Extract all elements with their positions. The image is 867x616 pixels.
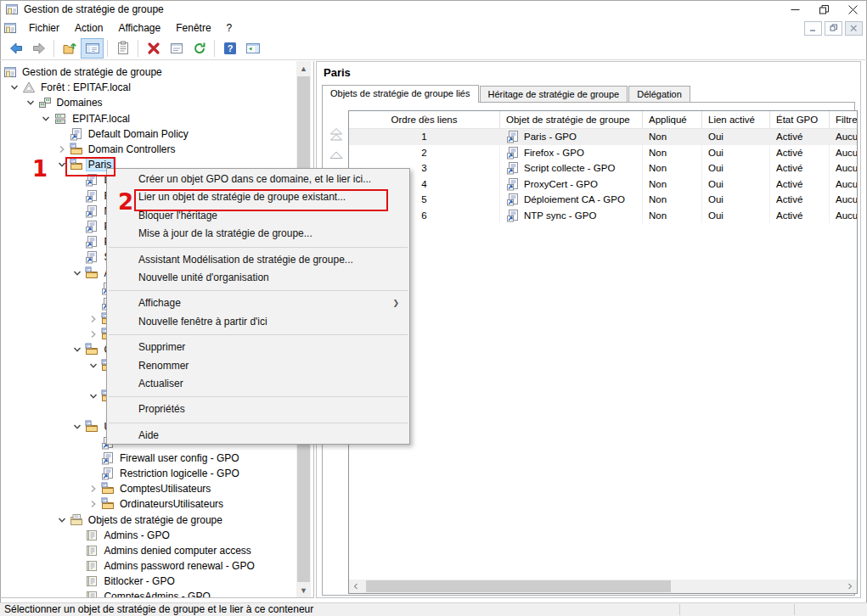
tree-item-comptesutilisateurs[interactable]: ComptesUtilisateurs (0, 481, 296, 496)
column-header-applique[interactable]: Appliqué (643, 111, 702, 128)
chevron-right-icon[interactable] (54, 142, 70, 157)
gpo-row-script-collecte-gpo[interactable]: 3Script collecte - GPONonOuiActivéAucu (349, 160, 857, 176)
menu-item-actualiser[interactable]: Actualiser (107, 375, 409, 393)
tree-item-admins-password-renewal-gpo[interactable]: Admins password renewal - GPO (0, 558, 296, 574)
scroll-left-arrow-icon[interactable] (349, 580, 363, 593)
properties-button[interactable] (165, 38, 188, 59)
tree-item-admins-gpo[interactable]: Admins - GPO (0, 528, 296, 543)
menu-item-renommer[interactable]: Renommer (107, 357, 409, 375)
forward-button[interactable] (27, 38, 50, 59)
gpo-row-proxycert-gpo[interactable]: 4ProxyCert - GPONonOuiActivéAucu (349, 176, 857, 193)
scroll-down-arrow-icon[interactable]: ▼ (296, 583, 311, 597)
back-button[interactable] (4, 38, 27, 59)
close-button[interactable] (838, 0, 867, 19)
move-link-up-button[interactable] (326, 148, 346, 164)
refresh-button[interactable] (188, 38, 211, 59)
scrollbar-thumb[interactable] (366, 580, 671, 592)
tab-objets-de-strategie-de-groupe-lies[interactable]: Objets de stratégie de groupe liés (322, 85, 479, 103)
tree-item-gestion-de-strategie-de-groupe[interactable]: Gestion de stratégie de groupe (0, 64, 296, 80)
gpo-row-deploiement-ca-gpo[interactable]: 5Déploiement CA - GPONonOuiActivéAucu (349, 192, 857, 208)
menu-items: FichierActionAffichageFenêtre? (21, 20, 239, 36)
tree-item-ordinateursutilisateurs[interactable]: OrdinateursUtilisateurs (0, 496, 296, 512)
menu-item-supprimer[interactable]: Supprimer (107, 339, 409, 356)
tab-delegation[interactable]: Délégation (628, 86, 690, 102)
menubar-item-action[interactable]: Action (67, 20, 110, 36)
chevron-down-icon[interactable] (86, 358, 101, 373)
tree-item-objets-de-strategie-de-groupe[interactable]: Objets de stratégie de groupe (0, 512, 296, 527)
chevron-down-icon[interactable] (54, 157, 70, 172)
child-close-button[interactable] (845, 21, 863, 36)
chevron-down-icon[interactable] (70, 342, 85, 357)
scroll-up-arrow-icon[interactable]: ▲ (296, 61, 311, 76)
tree-item-bitlocker-gpo[interactable]: Bitlocker - GPO (0, 574, 296, 589)
menu-item-nouvelle-fenetre-a-partir-d-ici[interactable]: Nouvelle fenêtre à partir d'ici (107, 313, 409, 331)
cell-text: Oui (708, 179, 723, 189)
delete-button[interactable] (142, 38, 165, 59)
menu-item-creer-un-objet-gpo-dans-ce-domaine-et-le-lier-ici[interactable]: Créer un objet GPO dans ce domaine, et l… (107, 171, 409, 188)
menu-item-affichage[interactable]: Affichage❯ (107, 294, 409, 312)
chevron-down-icon[interactable] (54, 512, 70, 528)
scroll-right-arrow-icon[interactable] (843, 580, 857, 593)
show-console-tree-button[interactable] (81, 38, 104, 59)
tree-item-domain-controllers[interactable]: Domain Controllers (0, 142, 296, 157)
chevron-down-icon[interactable] (86, 389, 101, 404)
tree-item-admins-denied-computer-access[interactable]: Admins denied computer access (0, 543, 296, 558)
help-button[interactable]: ? (218, 38, 241, 59)
chevron-down-icon[interactable] (70, 419, 85, 434)
column-header-filtre[interactable]: Filtre (830, 111, 858, 128)
up-one-level-button[interactable] (58, 38, 81, 59)
menu-item-proprietes[interactable]: Propriétés (107, 400, 409, 418)
chevron-down-icon[interactable] (38, 111, 53, 126)
gpo-row-ntp-sync-gpo[interactable]: 6NTP sync - GPONonOuiActivéAucu (349, 208, 857, 224)
column-header-objet-de-strategie-de-groupe[interactable]: Objet de stratégie de groupe (500, 111, 643, 128)
tree-item-label: Gestion de stratégie de groupe (20, 66, 164, 78)
move-top-icon (327, 127, 346, 143)
tree-item-foret-epitaf-local[interactable]: Forêt : EPITAF.local (0, 80, 296, 95)
gpo-row-firefox-gpo[interactable]: 2Firefox - GPONonOuiActivéAucu (349, 145, 857, 161)
menubar-item-item[interactable]: ? (219, 20, 240, 36)
cell-text: 4 (421, 179, 426, 189)
menu-item-mise-a-jour-de-la-strategie-de-groupe[interactable]: Mise à jour de la stratégie de groupe... (107, 225, 409, 243)
menubar-item-fenetre[interactable]: Fenêtre (168, 20, 218, 36)
tree-item-firewall-user-config-gpo[interactable]: Firewall user config - GPO (0, 451, 296, 466)
cell-applique: Non (643, 160, 702, 176)
menu-item-lier-un-objet-de-strategie-de-groupe-existant[interactable]: Lier un objet de stratégie de groupe exi… (107, 188, 409, 206)
menu-item-assistant-modelisation-de-strategie-de-groupe[interactable]: Assistant Modélisation de stratégie de g… (107, 251, 409, 269)
minimize-button[interactable] (780, 0, 809, 19)
restore-button[interactable] (809, 0, 838, 19)
chevron-right-icon[interactable] (86, 327, 101, 342)
chevron-right-icon[interactable] (86, 481, 101, 496)
show-action-pane-button[interactable] (241, 38, 264, 59)
tree-item-label: ComptesAdmins - GPO (102, 591, 211, 597)
horizontal-scrollbar[interactable] (349, 580, 857, 593)
menu-item-bloquer-l-heritage[interactable]: Bloquer l'héritage (107, 207, 409, 225)
menubar-item-affichage[interactable]: Affichage (110, 20, 168, 36)
chevron-down-icon[interactable] (70, 266, 85, 281)
tree-item-default-domain-policy[interactable]: Default Domain Policy (0, 126, 296, 142)
cell-gpo: Paris - GPO (500, 129, 643, 145)
chevron-down-icon[interactable] (7, 80, 22, 95)
column-header-lien-active[interactable]: Lien activé (702, 111, 770, 128)
menu-item-label: Supprimer (138, 341, 185, 353)
tab-heritage-de-strategie-de-groupe[interactable]: Héritage de stratégie de groupe (480, 86, 628, 102)
child-minimize-button[interactable] (804, 21, 822, 36)
move-link-to-top-button[interactable] (326, 127, 346, 143)
menubar-item-fichier[interactable]: Fichier (21, 20, 67, 36)
tree-item-epitaf-local[interactable]: EPITAF.local (0, 111, 296, 126)
cell-lien_active: Oui (702, 192, 770, 208)
column-header-etat-gpo[interactable]: État GPO (770, 111, 830, 128)
menu-bar: FichierActionAffichageFenêtre? (0, 19, 867, 37)
tree-item-restriction-logicelle-gpo[interactable]: Restriction logicelle - GPO (0, 466, 296, 481)
chevron-right-icon[interactable] (86, 496, 101, 512)
chevron-right-icon[interactable] (86, 311, 101, 327)
export-list-button[interactable] (111, 38, 134, 59)
gpo-row-paris-gpo[interactable]: 1Paris - GPONonOuiActivéAucu (349, 129, 857, 145)
menu-item-aide[interactable]: Aide (107, 427, 409, 445)
tree-item-domaines[interactable]: Domaines (0, 95, 296, 110)
tree-item-comptesadmins-gpo[interactable]: ComptesAdmins - GPO (0, 589, 296, 597)
menu-item-label: Actualiser (138, 378, 183, 389)
menu-item-nouvelle-unite-d-organisation[interactable]: Nouvelle unité d'organisation (107, 269, 409, 287)
child-restore-button[interactable] (825, 21, 842, 36)
chevron-down-icon[interactable] (23, 95, 38, 110)
cell-etat_gpo: Activé (770, 145, 830, 161)
